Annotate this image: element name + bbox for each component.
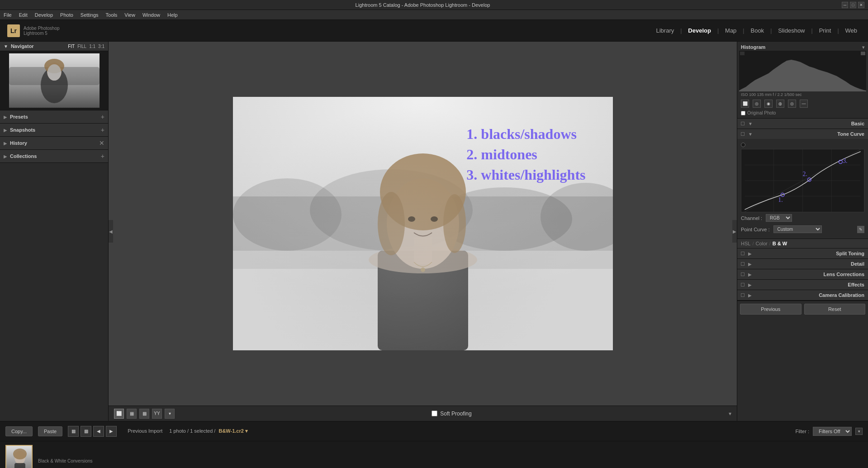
channel-select[interactable]: RGB Red Green Blue xyxy=(766,214,792,222)
menu-develop[interactable]: Develop xyxy=(35,12,53,18)
histogram-expand[interactable]: ▾ xyxy=(862,45,864,50)
collection-name-text: B&W-1.cr2 ▾ xyxy=(218,428,247,434)
collections-add-icon[interactable]: + xyxy=(101,153,104,160)
minimize-button[interactable]: ─ xyxy=(842,2,848,8)
lens-corrections-header[interactable]: ▶ Lens Corrections xyxy=(737,269,868,279)
nav-library[interactable]: Library xyxy=(652,25,678,36)
loupe-view-icon2[interactable]: ▩ xyxy=(81,426,91,437)
menu-view[interactable]: View xyxy=(124,12,135,18)
histogram-section: Histogram ▾ ISO 100 135 mm f / 2.2 1/500… xyxy=(737,42,868,119)
nav-web[interactable]: Web xyxy=(842,25,861,36)
nav-slideshow[interactable]: Slideshow xyxy=(774,25,808,36)
nav-map[interactable]: Map xyxy=(721,25,740,36)
previous-button[interactable]: Previous xyxy=(740,304,802,315)
tone-curve-toggle[interactable] xyxy=(741,132,745,136)
effects-header[interactable]: ▶ Effects xyxy=(737,280,868,290)
grid-view-icon[interactable]: ▦ xyxy=(68,426,79,437)
nav-size-3-1[interactable]: 3:1 xyxy=(98,44,104,49)
adjustment-brush-tool[interactable]: — xyxy=(800,100,808,108)
main-image[interactable]: 1. blacks/shadows 2. midtones 3. whites/… xyxy=(233,97,613,350)
right-panel-collapse[interactable]: ▶ xyxy=(732,220,737,243)
history-clear-icon[interactable]: ✕ xyxy=(99,139,104,147)
tone-curve-header[interactable]: ▼ Tone Curve xyxy=(737,129,868,139)
menu-window[interactable]: Window xyxy=(142,12,160,18)
snapshots-header[interactable]: ▶ Snapshots + xyxy=(0,124,108,136)
menu-photo[interactable]: Photo xyxy=(60,12,73,18)
detail-title: Detail xyxy=(754,261,864,267)
left-panel-collapse[interactable]: ◀ xyxy=(109,220,113,243)
hsl-tab[interactable]: HSL xyxy=(741,241,750,246)
paste-button[interactable]: Paste xyxy=(38,426,62,436)
svg-point-18 xyxy=(443,194,466,253)
tone-curve-graph[interactable]: 1. 2. 3. xyxy=(741,149,864,212)
presets-add-icon[interactable]: + xyxy=(101,113,104,120)
yw-icon[interactable]: YY xyxy=(152,409,162,419)
previous-import-label[interactable]: Previous Import xyxy=(128,428,162,434)
loupe-view-icon[interactable]: ⬜ xyxy=(114,409,124,419)
svg-point-19 xyxy=(408,216,415,222)
expand-icon[interactable]: ▾ xyxy=(729,411,731,417)
collections-header[interactable]: ▶ Collections + xyxy=(0,150,108,162)
camera-calibration-section: ▶ Camera Calibration xyxy=(737,290,868,301)
compare-view-icon[interactable]: ▦ xyxy=(127,409,137,419)
snapshots-add-icon[interactable]: + xyxy=(101,126,104,134)
lens-corrections-toggle[interactable] xyxy=(741,272,745,276)
nav-print[interactable]: Print xyxy=(816,25,835,36)
filmstrip-thumb-1[interactable] xyxy=(5,445,33,468)
nav-size-fill[interactable]: FILL xyxy=(77,44,86,49)
detail-header[interactable]: ▶ Detail xyxy=(737,259,868,269)
menu-settings[interactable]: Settings xyxy=(81,12,99,18)
navigator-header[interactable]: ▼ Navigator FIT FILL 1:1 3:1 xyxy=(0,42,108,51)
split-toning-toggle[interactable] xyxy=(741,252,745,255)
detail-section: ▶ Detail xyxy=(737,259,868,269)
lens-corrections-title: Lens Corrections xyxy=(754,272,864,277)
brand-text: Adobe Photoshop Lightroom 5 xyxy=(24,26,60,36)
presets-header[interactable]: ▶ Presets + xyxy=(0,110,108,123)
split-toning-header[interactable]: ▶ Split Toning xyxy=(737,248,868,258)
menu-tools[interactable]: Tools xyxy=(106,12,118,18)
maximize-button[interactable]: □ xyxy=(850,2,856,8)
color-tab[interactable]: Color xyxy=(755,241,767,246)
menubar: File Edit Develop Photo Settings Tools V… xyxy=(0,10,868,20)
close-button[interactable]: ✕ xyxy=(858,2,864,8)
nav-develop[interactable]: Develop xyxy=(684,25,715,36)
detail-toggle[interactable] xyxy=(741,262,745,266)
survey-view-icon[interactable]: ▩ xyxy=(139,409,149,419)
prev-photo-icon[interactable]: ◀ xyxy=(93,426,104,437)
basic-toggle[interactable] xyxy=(741,122,745,125)
menu-edit[interactable]: Edit xyxy=(19,12,28,18)
lr-logo-icon: Lr xyxy=(7,24,20,37)
history-header[interactable]: ▶ History ✕ xyxy=(0,137,108,149)
point-curve-select[interactable]: Custom Linear Medium Contrast Strong Con… xyxy=(773,225,822,233)
nav-book[interactable]: Book xyxy=(747,25,768,36)
nav-size-1-1[interactable]: 1:1 xyxy=(89,44,95,49)
camera-calibration-toggle[interactable] xyxy=(741,293,745,297)
view-options-icon[interactable]: ▾ xyxy=(165,409,175,419)
menu-file[interactable]: File xyxy=(4,12,12,18)
tone-curve-title: Tone Curve xyxy=(755,131,864,137)
crop-tool[interactable]: ⬜ xyxy=(741,100,749,108)
softproof-check[interactable] xyxy=(432,411,437,416)
reset-button[interactable]: Reset xyxy=(804,304,866,315)
filter-options-icon[interactable]: ▾ xyxy=(855,428,863,435)
next-photo-icon[interactable]: ▶ xyxy=(106,426,117,437)
navigator-thumbnail[interactable] xyxy=(9,53,100,108)
red-eye-tool[interactable]: ◉ xyxy=(764,100,773,108)
edit-point-curve-icon[interactable]: ✎ xyxy=(857,226,864,233)
filter-dropdown[interactable]: Filters Off Flagged Rated xyxy=(813,427,852,436)
copy-button[interactable]: Copy... xyxy=(5,426,33,436)
original-photo-check[interactable] xyxy=(741,111,745,115)
radial-filter-tool[interactable]: ◎ xyxy=(788,100,796,108)
spot-heal-tool[interactable]: ◎ xyxy=(753,100,761,108)
photo-info: Previous Import 1 photo / 1 selected / B… xyxy=(128,428,248,434)
bw-tab[interactable]: B & W xyxy=(773,241,787,246)
nav-size-fit[interactable]: FIT xyxy=(68,44,75,49)
window-controls: ─ □ ✕ xyxy=(842,2,864,8)
menu-help[interactable]: Help xyxy=(167,12,178,18)
basic-header[interactable]: ▼ Basic xyxy=(737,119,868,129)
camera-calibration-header[interactable]: ▶ Camera Calibration xyxy=(737,290,868,300)
effects-toggle[interactable] xyxy=(741,283,745,287)
graduated-filter-tool[interactable]: ◍ xyxy=(776,100,784,108)
navigator-sizes: FIT FILL 1:1 3:1 xyxy=(68,44,104,49)
effects-arrow: ▶ xyxy=(748,282,752,287)
